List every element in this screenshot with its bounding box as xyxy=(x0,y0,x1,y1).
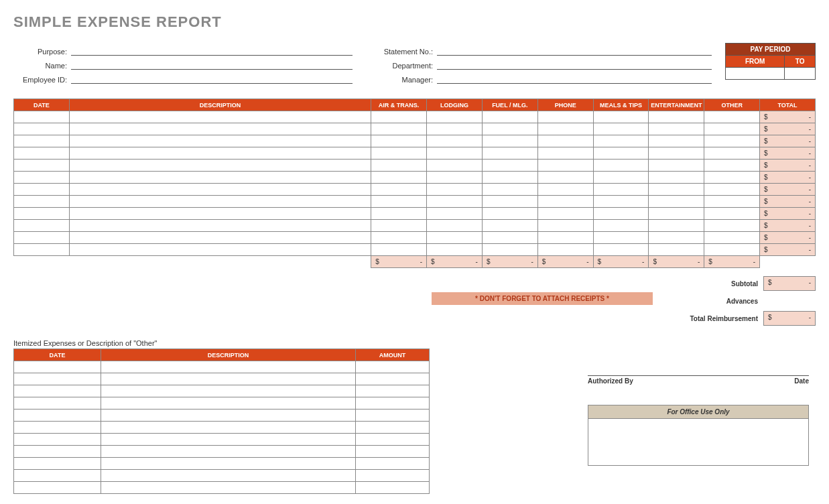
expense-cell[interactable] xyxy=(14,172,70,184)
expense-cell[interactable] xyxy=(69,123,371,135)
expense-cell[interactable] xyxy=(427,208,483,220)
expense-cell[interactable] xyxy=(649,196,704,208)
expense-cell[interactable] xyxy=(482,123,537,135)
expense-cell[interactable] xyxy=(593,244,649,256)
expense-cell[interactable] xyxy=(704,160,760,172)
pay-period-to-value[interactable] xyxy=(785,68,816,80)
expense-cell[interactable] xyxy=(69,135,371,147)
expense-cell[interactable] xyxy=(427,135,483,147)
expense-cell[interactable] xyxy=(371,184,427,196)
expense-cell[interactable] xyxy=(704,232,760,244)
other-cell[interactable] xyxy=(356,446,430,458)
other-cell[interactable] xyxy=(14,482,101,494)
expense-cell[interactable] xyxy=(69,208,371,220)
expense-cell[interactable] xyxy=(371,160,427,172)
other-cell[interactable] xyxy=(356,470,430,482)
other-cell[interactable] xyxy=(101,410,356,422)
expense-cell[interactable] xyxy=(14,184,70,196)
expense-cell[interactable] xyxy=(427,232,483,244)
expense-cell[interactable] xyxy=(427,160,483,172)
expense-cell[interactable] xyxy=(537,111,593,123)
expense-cell[interactable] xyxy=(482,244,537,256)
expense-cell[interactable] xyxy=(537,135,593,147)
other-cell[interactable] xyxy=(101,385,356,397)
expense-cell[interactable] xyxy=(427,220,483,232)
expense-cell[interactable] xyxy=(14,232,70,244)
expense-cell[interactable] xyxy=(371,172,427,184)
expense-cell[interactable] xyxy=(371,232,427,244)
other-cell[interactable] xyxy=(14,410,101,422)
other-cell[interactable] xyxy=(14,422,101,434)
expense-cell[interactable] xyxy=(371,208,427,220)
expense-cell[interactable] xyxy=(537,196,593,208)
other-cell[interactable] xyxy=(356,482,430,494)
expense-cell[interactable] xyxy=(482,220,537,232)
expense-cell[interactable] xyxy=(593,147,649,160)
expense-cell[interactable] xyxy=(69,196,371,208)
expense-cell[interactable] xyxy=(649,160,704,172)
pay-period-from-value[interactable] xyxy=(726,68,785,80)
expense-cell[interactable] xyxy=(537,147,593,160)
other-cell[interactable] xyxy=(101,361,356,373)
expense-cell[interactable] xyxy=(69,232,371,244)
expense-cell[interactable] xyxy=(593,220,649,232)
expense-cell[interactable] xyxy=(704,184,760,196)
expense-cell[interactable] xyxy=(704,208,760,220)
other-cell[interactable] xyxy=(14,446,101,458)
expense-cell[interactable] xyxy=(704,172,760,184)
expense-cell[interactable] xyxy=(427,184,483,196)
manager-input[interactable] xyxy=(437,74,712,84)
expense-cell[interactable] xyxy=(593,172,649,184)
expense-cell[interactable] xyxy=(14,208,70,220)
other-cell[interactable] xyxy=(356,361,430,373)
expense-cell[interactable] xyxy=(537,232,593,244)
other-cell[interactable] xyxy=(14,397,101,410)
expense-cell[interactable] xyxy=(704,244,760,256)
expense-cell[interactable] xyxy=(371,111,427,123)
expense-cell[interactable] xyxy=(14,196,70,208)
expense-cell[interactable] xyxy=(537,208,593,220)
statement-no-input[interactable] xyxy=(437,46,712,56)
office-use-cell[interactable] xyxy=(588,419,809,466)
expense-cell[interactable] xyxy=(593,208,649,220)
expense-cell[interactable] xyxy=(427,123,483,135)
expense-cell[interactable] xyxy=(649,208,704,220)
expense-cell[interactable] xyxy=(704,135,760,147)
employee-id-input[interactable] xyxy=(71,74,353,84)
expense-cell[interactable] xyxy=(427,111,483,123)
expense-cell[interactable] xyxy=(537,160,593,172)
expense-cell[interactable] xyxy=(649,184,704,196)
expense-cell[interactable] xyxy=(704,220,760,232)
other-cell[interactable] xyxy=(101,397,356,410)
expense-cell[interactable] xyxy=(69,160,371,172)
expense-cell[interactable] xyxy=(69,220,371,232)
expense-cell[interactable] xyxy=(482,147,537,160)
other-cell[interactable] xyxy=(101,470,356,482)
expense-cell[interactable] xyxy=(482,184,537,196)
expense-cell[interactable] xyxy=(649,123,704,135)
expense-cell[interactable] xyxy=(14,244,70,256)
other-cell[interactable] xyxy=(356,434,430,446)
expense-cell[interactable] xyxy=(69,111,371,123)
expense-cell[interactable] xyxy=(704,147,760,160)
other-cell[interactable] xyxy=(101,422,356,434)
expense-cell[interactable] xyxy=(537,172,593,184)
expense-cell[interactable] xyxy=(69,147,371,160)
expense-cell[interactable] xyxy=(537,123,593,135)
expense-cell[interactable] xyxy=(482,111,537,123)
expense-cell[interactable] xyxy=(482,135,537,147)
expense-cell[interactable] xyxy=(593,184,649,196)
other-cell[interactable] xyxy=(356,385,430,397)
purpose-input[interactable] xyxy=(71,46,353,56)
other-cell[interactable] xyxy=(101,373,356,385)
expense-cell[interactable] xyxy=(69,244,371,256)
expense-cell[interactable] xyxy=(593,232,649,244)
expense-cell[interactable] xyxy=(427,172,483,184)
expense-cell[interactable] xyxy=(649,172,704,184)
expense-cell[interactable] xyxy=(704,196,760,208)
other-cell[interactable] xyxy=(14,373,101,385)
expense-cell[interactable] xyxy=(649,135,704,147)
other-cell[interactable] xyxy=(356,422,430,434)
name-input[interactable] xyxy=(71,60,353,70)
expense-cell[interactable] xyxy=(649,220,704,232)
